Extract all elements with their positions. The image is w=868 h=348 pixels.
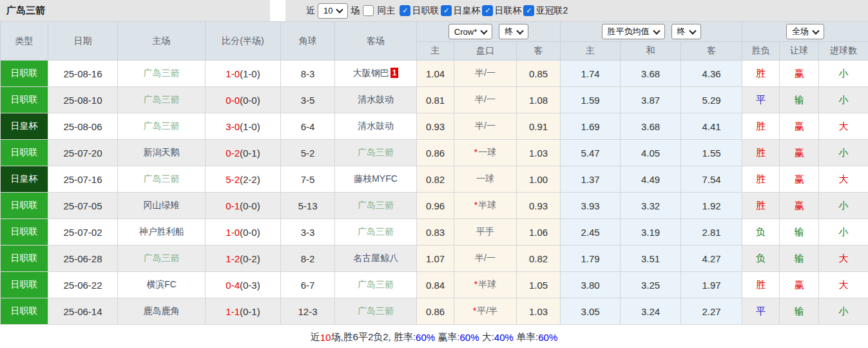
handicap-line-cell: 半/一 <box>454 246 517 272</box>
away-team-cell[interactable]: 广岛三箭 <box>335 298 417 325</box>
col-header-asian-line: 盘口 <box>454 42 517 61</box>
away-team-cell[interactable]: 广岛三箭 <box>335 272 417 298</box>
corners-cell: 8-2 <box>281 246 335 272</box>
result-goals-cell: 大 <box>819 246 868 272</box>
fulltime-score: 0-4 <box>226 280 240 291</box>
home-team-cell[interactable]: 广岛三箭 <box>118 113 206 140</box>
home-team-cell[interactable]: 鹿岛鹿角 <box>118 298 206 325</box>
euro-away-odds-cell: 4.41 <box>681 113 742 140</box>
line-text: 平/半 <box>477 305 497 316</box>
result-goals-cell: 小 <box>819 219 868 246</box>
match-type-cell: 日职联 <box>1 219 48 246</box>
asian-home-odds-cell: 0.93 <box>417 113 454 140</box>
result-handicap-cell: 输 <box>780 219 819 246</box>
recent-count-select[interactable]: 10 <box>318 3 348 19</box>
euro-home-odds-cell: 3.93 <box>561 193 621 219</box>
away-team-cell[interactable]: 广岛三箭 <box>335 219 417 246</box>
line-star-icon: * <box>474 147 477 157</box>
match-date-cell: 25-08-10 <box>48 87 118 113</box>
asian-away-odds-cell: 1.03 <box>517 140 561 166</box>
score-cell: 0-0(0-0) <box>206 87 281 113</box>
match-type-cell: 日职联 <box>1 246 48 272</box>
asian-away-odds-cell: 0.93 <box>517 193 561 219</box>
summary-segment: 赢率: <box>435 331 459 343</box>
match-row: 日职联 25-07-20 新潟天鹅 0-2(0-1) 5-2 广岛三箭 0.86… <box>1 140 868 166</box>
euro-odds-period-select[interactable]: 终 <box>671 24 701 39</box>
halftime-score: (0-1) <box>240 148 260 159</box>
home-team-cell[interactable]: 广岛三箭 <box>118 246 206 272</box>
result-winlose-cell: 胜 <box>742 140 780 166</box>
result-winlose-cell: 平 <box>742 87 780 113</box>
asian-away-odds-cell: 1.00 <box>517 166 561 193</box>
home-team-cell[interactable]: 广岛三箭 <box>118 87 206 113</box>
filter-controls: 近 10 场 同主 ✓日职联✓日皇杯✓日联杯✓亚冠联2 <box>285 3 568 19</box>
away-team-cell[interactable]: 广岛三箭 <box>335 140 417 166</box>
away-team-cell[interactable]: 名古屋鲸八 <box>335 246 417 272</box>
asian-home-odds-cell: 0.86 <box>417 140 454 166</box>
asian-away-odds-cell: 1.05 <box>517 272 561 298</box>
result-goals-cell: 大 <box>819 272 868 298</box>
corners-cell: 12-3 <box>281 298 335 325</box>
match-history-panel: 广岛三箭 近 10 场 同主 ✓日职联✓日皇杯✓日联杯✓亚冠联2 类型 日期 <box>0 0 868 348</box>
line-text: 半/一 <box>475 68 496 78</box>
handicap-line-cell: 半/一 <box>454 61 517 87</box>
home-team-cell[interactable]: 新潟天鹅 <box>118 140 206 166</box>
asian-odds-source-select[interactable]: Crow* <box>448 24 492 39</box>
result-winlose-cell: 负 <box>742 219 780 246</box>
home-team-cell[interactable]: 神户胜利船 <box>118 219 206 246</box>
col-header-corners: 角球 <box>281 22 335 61</box>
matches-unit-label: 场 <box>351 5 360 17</box>
halftime-score: (1-0) <box>240 121 260 132</box>
corners-cell: 7-5 <box>281 166 335 193</box>
away-team-cell[interactable]: 清水鼓动 <box>335 113 417 140</box>
away-team-cell[interactable]: 广岛三箭 <box>335 193 417 219</box>
home-team-cell[interactable]: 广岛三箭 <box>118 61 206 87</box>
home-team-cell[interactable]: 广岛三箭 <box>118 166 206 193</box>
asian-home-odds-cell: 0.96 <box>417 193 454 219</box>
result-handicap-cell: 赢 <box>780 61 819 87</box>
league-filter-group: ✓日职联✓日皇杯✓日联杯✓亚冠联2 <box>398 5 568 17</box>
euro-draw-odds-cell: 3.87 <box>621 87 681 113</box>
league-filter-checkbox[interactable]: ✓ <box>400 5 410 16</box>
asian-odds-period-select[interactable]: 终 <box>499 24 528 39</box>
handicap-line-cell: *一球 <box>454 140 517 166</box>
match-scope-select[interactable]: 全场 <box>786 24 824 39</box>
away-team-name: 名古屋鲸八 <box>353 253 398 263</box>
check-icon: ✓ <box>443 7 449 14</box>
halftime-score: (0-3) <box>240 280 260 291</box>
league-filter-label: 日联杯 <box>494 5 521 17</box>
euro-odds-source-select[interactable]: 胜平负均值 <box>602 24 665 39</box>
match-row: 日职联 25-07-02 神户胜利船 1-0(0-0) 3-3 广岛三箭 0.8… <box>1 219 868 246</box>
line-text: 半/一 <box>475 121 496 131</box>
home-team-cell[interactable]: 冈山绿雉 <box>118 193 206 219</box>
col-header-away: 客场 <box>335 22 417 61</box>
euro-odds-period-value: 终 <box>677 26 686 37</box>
league-filter-label: 日皇杯 <box>453 5 480 17</box>
line-star-icon: * <box>474 279 477 289</box>
same-home-checkbox[interactable] <box>363 5 374 16</box>
away-team-cell[interactable]: 藤枝MYFC <box>335 166 417 193</box>
league-filter-checkbox[interactable]: ✓ <box>523 5 534 16</box>
col-header-type: 类型 <box>1 22 48 61</box>
chevron-down-icon <box>336 6 343 13</box>
result-winlose-cell: 胜 <box>742 113 780 140</box>
match-row: 日皇杯 25-07-16 广岛三箭 5-2(2-2) 7-5 藤枝MYFC 0.… <box>1 166 868 193</box>
league-filter-checkbox[interactable]: ✓ <box>482 5 493 16</box>
corners-cell: 6-7 <box>281 272 335 298</box>
result-goals-cell: 小 <box>819 61 868 87</box>
home-team-cell[interactable]: 横滨FC <box>118 272 206 298</box>
result-handicap-cell: 输 <box>780 246 819 272</box>
match-type-cell: 日职联 <box>1 272 48 298</box>
league-filter-checkbox[interactable]: ✓ <box>441 5 452 16</box>
summary-segment: 10 <box>320 332 331 343</box>
euro-away-odds-cell: 2.81 <box>681 219 742 246</box>
result-handicap-cell: 赢 <box>780 140 819 166</box>
halftime-score: (0-0) <box>240 227 260 238</box>
result-goals-cell: 大 <box>819 113 868 140</box>
away-team-name: 清水鼓动 <box>358 94 394 104</box>
summary-segment: 大: <box>479 331 494 343</box>
away-team-cell[interactable]: 清水鼓动 <box>335 87 417 113</box>
away-team-cell[interactable]: 大阪钢巴1 <box>335 61 417 87</box>
handicap-line-cell: *半球 <box>454 193 517 219</box>
result-handicap-cell: 输 <box>780 87 819 113</box>
